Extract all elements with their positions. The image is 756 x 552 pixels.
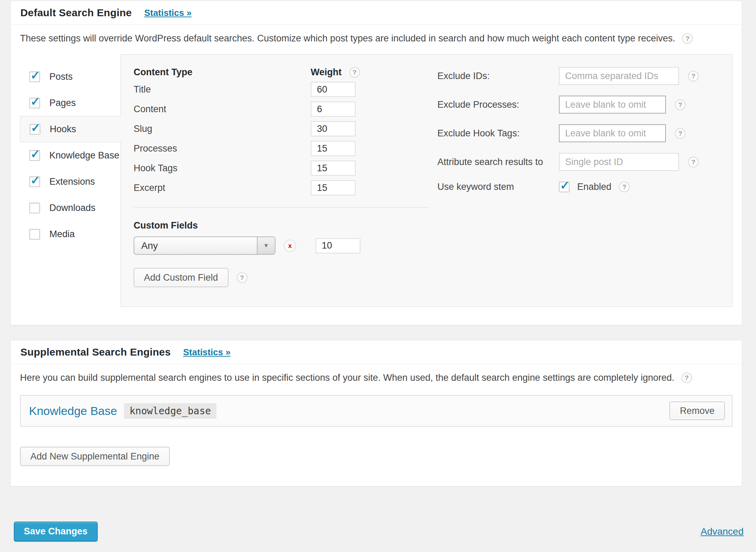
media-checkbox[interactable]: ✓ <box>29 229 40 240</box>
exclude-hook-tags-label: Exclude Hook Tags: <box>437 128 559 139</box>
remove-custom-field-button[interactable]: x <box>284 240 296 252</box>
supplemental-title: Supplemental Search Engines <box>20 346 171 358</box>
default-statistics-link[interactable]: Statistics » <box>144 8 192 18</box>
supplemental-engine-row: Knowledge Base knowledge_base Remove <box>20 395 733 427</box>
content-type-row-excerpt: Excerpt <box>134 180 437 195</box>
keyword-stem-checkbox[interactable]: ✓ <box>559 182 570 192</box>
content-type-label: Title <box>134 84 311 95</box>
content-type-row-title: Title <box>134 82 437 97</box>
help-icon[interactable]: ? <box>349 67 360 78</box>
help-icon[interactable]: ? <box>237 272 248 283</box>
exclude-ids-input[interactable] <box>559 67 679 85</box>
supplemental-description: Here you can build supplemental search e… <box>20 372 733 383</box>
advanced-link[interactable]: Advanced <box>700 526 744 537</box>
post-type-sidebar: ✓ Posts ✓ Pages ✓ Hooks ✓ Knowledge Base… <box>20 54 120 307</box>
help-icon[interactable]: ? <box>675 128 686 139</box>
pages-checkbox[interactable]: ✓ <box>29 98 40 108</box>
remove-engine-button[interactable]: Remove <box>669 401 725 420</box>
content-type-row-hook-tags: Hook Tags <box>134 161 437 176</box>
checkmark-icon: ✓ <box>30 174 40 186</box>
help-icon[interactable]: ? <box>681 372 692 383</box>
custom-field-weight-input[interactable] <box>316 238 360 253</box>
engine-settings-area: ✓ Posts ✓ Pages ✓ Hooks ✓ Knowledge Base… <box>20 54 733 307</box>
slug-weight-input[interactable] <box>311 121 356 136</box>
content-type-label: Excerpt <box>134 183 311 193</box>
checkmark-icon: ✓ <box>30 96 40 107</box>
help-icon[interactable]: ? <box>682 33 693 44</box>
hooks-checkbox[interactable]: ✓ <box>30 124 40 135</box>
keyword-stem-row: Use keyword stem ✓ Enabled ? <box>437 182 732 192</box>
add-custom-field-button[interactable]: Add Custom Field <box>134 268 229 287</box>
supplemental-statistics-link[interactable]: Statistics » <box>183 347 231 358</box>
help-icon[interactable]: ? <box>619 182 630 192</box>
keyword-stem-label: Use keyword stem <box>437 182 559 192</box>
chevron-down-icon: ▼ <box>263 242 269 249</box>
exclude-hook-tags-row: Exclude Hook Tags: ? <box>437 124 732 142</box>
content-weight-input[interactable] <box>311 101 356 117</box>
dropdown-arrow-box: ▼ <box>257 237 275 254</box>
sidebar-item-media[interactable]: ✓ Media <box>20 221 120 247</box>
engine-name-link[interactable]: Knowledge Base <box>29 404 117 418</box>
custom-field-row: Any ▼ x <box>134 236 437 255</box>
sidebar-item-label: Media <box>49 229 75 240</box>
hooks-settings-panel: Content Type Weight ? Title Content <box>120 54 733 307</box>
help-icon[interactable]: ? <box>675 99 686 110</box>
checkmark-icon: ✓ <box>30 148 40 160</box>
sidebar-item-label: Posts <box>49 71 73 82</box>
default-engine-body: These settings will override WordPress d… <box>11 25 742 325</box>
save-changes-button[interactable]: Save Changes <box>14 522 98 541</box>
hook-tags-weight-input[interactable] <box>311 161 356 176</box>
exclude-processes-row: Exclude Processes: ? <box>437 96 732 114</box>
sidebar-item-label: Hooks <box>50 124 76 135</box>
content-type-column: Content Type Weight ? Title Content <box>134 67 437 287</box>
posts-checkbox[interactable]: ✓ <box>29 71 40 82</box>
weight-header: Weight <box>311 67 342 78</box>
custom-field-selected-value: Any <box>134 240 257 251</box>
sidebar-item-hooks[interactable]: ✓ Hooks <box>20 116 121 142</box>
sidebar-item-label: Knowledge Base <box>49 150 119 161</box>
content-type-header: Content Type <box>134 67 311 78</box>
sidebar-item-label: Pages <box>49 98 76 108</box>
content-type-row-processes: Processes <box>134 141 437 156</box>
section-divider <box>134 207 429 208</box>
sidebar-item-extensions[interactable]: ✓ Extensions <box>20 168 120 195</box>
default-engine-header: Default Search Engine Statistics » <box>11 1 742 25</box>
downloads-checkbox[interactable]: ✓ <box>29 203 40 213</box>
sidebar-item-posts[interactable]: ✓ Posts <box>20 64 120 90</box>
extensions-checkbox[interactable]: ✓ <box>29 176 40 187</box>
exclude-hook-tags-input[interactable] <box>559 124 666 142</box>
attribute-results-row: Attribute search results to ? <box>437 153 732 171</box>
exclude-ids-label: Exclude IDs: <box>437 71 559 81</box>
content-type-label: Content <box>134 104 311 115</box>
help-icon[interactable]: ? <box>688 71 699 81</box>
footer: Save Changes Advanced <box>14 522 744 541</box>
page-title: Default Search Engine <box>20 7 132 19</box>
title-weight-input[interactable] <box>311 82 356 97</box>
sidebar-item-knowledge-base[interactable]: ✓ Knowledge Base <box>20 142 120 168</box>
add-supplemental-engine-button[interactable]: Add New Supplemental Engine <box>20 447 170 466</box>
excerpt-weight-input[interactable] <box>311 180 356 195</box>
checkmark-icon: ✓ <box>560 180 570 191</box>
sidebar-item-downloads[interactable]: ✓ Downloads <box>20 195 120 221</box>
default-engine-description: These settings will override WordPress d… <box>20 33 733 44</box>
default-engine-description-text: These settings will override WordPress d… <box>20 33 675 44</box>
help-icon[interactable]: ? <box>688 157 699 167</box>
processes-weight-input[interactable] <box>311 141 356 156</box>
content-type-row-content: Content <box>134 101 437 117</box>
supplemental-description-text: Here you can build supplemental search e… <box>20 372 675 383</box>
exclude-ids-row: Exclude IDs: ? <box>437 67 732 85</box>
checkmark-icon: ✓ <box>30 69 40 81</box>
attribute-results-input[interactable] <box>559 153 679 171</box>
enabled-label: Enabled <box>577 182 611 192</box>
custom-fields-title: Custom Fields <box>134 220 437 231</box>
exclude-processes-input[interactable] <box>559 96 666 114</box>
default-engine-card: Default Search Engine Statistics » These… <box>10 1 742 325</box>
knowledge-base-checkbox[interactable]: ✓ <box>29 150 40 161</box>
exclude-processes-label: Exclude Processes: <box>437 99 559 110</box>
content-type-row-slug: Slug <box>134 121 437 136</box>
exclusions-column: Exclude IDs: ? Exclude Processes: ? Excl… <box>437 67 732 287</box>
supplemental-header: Supplemental Search Engines Statistics » <box>11 340 742 364</box>
sidebar-item-pages[interactable]: ✓ Pages <box>20 90 120 116</box>
custom-field-select[interactable]: Any ▼ <box>134 236 275 255</box>
attribute-results-label: Attribute search results to <box>437 157 559 167</box>
